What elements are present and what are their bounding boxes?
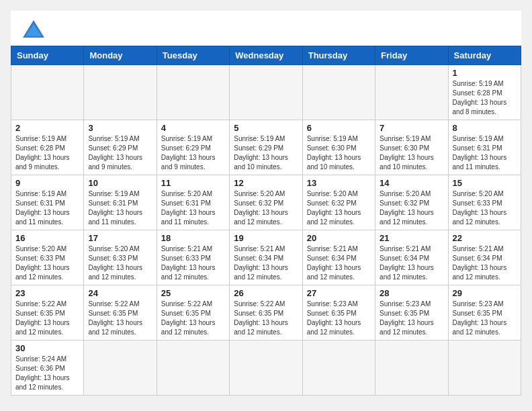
day-cell: 3Sunrise: 5:19 AMSunset: 6:29 PMDaylight…: [84, 120, 157, 175]
day-cell: 1Sunrise: 5:19 AMSunset: 6:28 PMDaylight…: [448, 65, 521, 120]
day-cell: 27Sunrise: 5:23 AMSunset: 6:35 PMDayligh…: [302, 285, 375, 340]
day-cell: 26Sunrise: 5:22 AMSunset: 6:35 PMDayligh…: [230, 285, 302, 340]
day-cell: 4Sunrise: 5:19 AMSunset: 6:29 PMDaylight…: [157, 120, 229, 175]
day-cell: 25Sunrise: 5:22 AMSunset: 6:35 PMDayligh…: [157, 285, 229, 340]
day-number: 20: [307, 233, 371, 243]
day-cell: 8Sunrise: 5:19 AMSunset: 6:31 PMDaylight…: [448, 120, 521, 175]
day-cell: 17Sunrise: 5:20 AMSunset: 6:33 PMDayligh…: [84, 230, 157, 285]
day-cell: 10Sunrise: 5:19 AMSunset: 6:31 PMDayligh…: [84, 175, 157, 230]
day-info: Sunrise: 5:23 AMSunset: 6:35 PMDaylight:…: [453, 300, 517, 337]
day-number: 10: [88, 178, 152, 188]
day-number: 7: [380, 123, 443, 133]
calendar-page: SundayMondayTuesdayWednesdayThursdayFrid…: [11, 11, 521, 396]
day-info: Sunrise: 5:19 AMSunset: 6:31 PMDaylight:…: [15, 189, 79, 227]
day-cell: [11, 65, 84, 120]
day-info: Sunrise: 5:20 AMSunset: 6:31 PMDaylight:…: [161, 189, 225, 227]
day-number: 2: [15, 123, 79, 133]
day-info: Sunrise: 5:20 AMSunset: 6:32 PMDaylight:…: [307, 189, 371, 227]
day-cell: 12Sunrise: 5:20 AMSunset: 6:32 PMDayligh…: [230, 175, 302, 230]
day-info: Sunrise: 5:20 AMSunset: 6:33 PMDaylight:…: [15, 244, 79, 282]
day-number: 3: [88, 123, 152, 133]
day-cell: 24Sunrise: 5:22 AMSunset: 6:35 PMDayligh…: [84, 285, 157, 340]
week-row-2: 2Sunrise: 5:19 AMSunset: 6:28 PMDaylight…: [11, 120, 521, 175]
day-info: Sunrise: 5:19 AMSunset: 6:29 PMDaylight:…: [161, 134, 225, 172]
weekday-header-row: SundayMondayTuesdayWednesdayThursdayFrid…: [11, 46, 521, 65]
day-info: Sunrise: 5:21 AMSunset: 6:34 PMDaylight:…: [453, 244, 517, 282]
weekday-header-saturday: Saturday: [448, 46, 521, 65]
day-cell: 16Sunrise: 5:20 AMSunset: 6:33 PMDayligh…: [11, 230, 84, 285]
day-info: Sunrise: 5:20 AMSunset: 6:32 PMDaylight:…: [234, 189, 298, 227]
day-info: Sunrise: 5:19 AMSunset: 6:29 PMDaylight:…: [234, 134, 298, 172]
logo-icon: [21, 19, 46, 40]
logo: [21, 19, 48, 40]
day-info: Sunrise: 5:19 AMSunset: 6:31 PMDaylight:…: [453, 134, 517, 172]
day-cell: 18Sunrise: 5:21 AMSunset: 6:33 PMDayligh…: [157, 230, 229, 285]
day-info: Sunrise: 5:19 AMSunset: 6:30 PMDaylight:…: [307, 134, 371, 172]
header: [11, 11, 521, 46]
day-info: Sunrise: 5:23 AMSunset: 6:35 PMDaylight:…: [307, 300, 371, 337]
day-number: 9: [15, 178, 79, 188]
day-info: Sunrise: 5:23 AMSunset: 6:35 PMDaylight:…: [380, 300, 443, 337]
day-info: Sunrise: 5:21 AMSunset: 6:33 PMDaylight:…: [161, 244, 225, 282]
calendar-table: SundayMondayTuesdayWednesdayThursdayFrid…: [11, 46, 521, 396]
day-cell: [230, 65, 302, 120]
day-cell: 28Sunrise: 5:23 AMSunset: 6:35 PMDayligh…: [375, 285, 448, 340]
day-cell: 21Sunrise: 5:21 AMSunset: 6:34 PMDayligh…: [375, 230, 448, 285]
week-row-3: 9Sunrise: 5:19 AMSunset: 6:31 PMDaylight…: [11, 175, 521, 230]
day-cell: 22Sunrise: 5:21 AMSunset: 6:34 PMDayligh…: [448, 230, 521, 285]
day-number: 29: [453, 288, 517, 298]
day-cell: [157, 340, 229, 396]
day-number: 15: [453, 178, 517, 188]
day-info: Sunrise: 5:21 AMSunset: 6:34 PMDaylight:…: [307, 244, 371, 282]
day-cell: 30Sunrise: 5:24 AMSunset: 6:36 PMDayligh…: [11, 340, 84, 396]
day-info: Sunrise: 5:22 AMSunset: 6:35 PMDaylight:…: [161, 300, 225, 337]
day-number: 17: [88, 233, 152, 243]
week-row-1: 1Sunrise: 5:19 AMSunset: 6:28 PMDaylight…: [11, 65, 521, 120]
day-number: 11: [161, 178, 225, 188]
day-info: Sunrise: 5:20 AMSunset: 6:32 PMDaylight:…: [380, 189, 443, 227]
day-cell: 6Sunrise: 5:19 AMSunset: 6:30 PMDaylight…: [302, 120, 375, 175]
day-cell: [84, 340, 157, 396]
day-cell: 19Sunrise: 5:21 AMSunset: 6:34 PMDayligh…: [230, 230, 302, 285]
day-number: 8: [453, 123, 517, 133]
day-info: Sunrise: 5:20 AMSunset: 6:33 PMDaylight:…: [453, 189, 517, 227]
day-cell: [448, 340, 521, 396]
day-info: Sunrise: 5:20 AMSunset: 6:33 PMDaylight:…: [88, 244, 152, 282]
day-info: Sunrise: 5:24 AMSunset: 6:36 PMDaylight:…: [15, 355, 79, 392]
day-info: Sunrise: 5:19 AMSunset: 6:30 PMDaylight:…: [380, 134, 443, 172]
day-cell: 23Sunrise: 5:22 AMSunset: 6:35 PMDayligh…: [11, 285, 84, 340]
week-row-5: 23Sunrise: 5:22 AMSunset: 6:35 PMDayligh…: [11, 285, 521, 340]
weekday-header-monday: Monday: [84, 46, 157, 65]
day-number: 1: [453, 68, 517, 78]
day-number: 18: [161, 233, 225, 243]
day-info: Sunrise: 5:22 AMSunset: 6:35 PMDaylight:…: [88, 300, 152, 337]
day-info: Sunrise: 5:22 AMSunset: 6:35 PMDaylight:…: [234, 300, 298, 337]
day-number: 12: [234, 178, 298, 188]
day-info: Sunrise: 5:21 AMSunset: 6:34 PMDaylight:…: [380, 244, 443, 282]
day-cell: [375, 340, 448, 396]
weekday-header-thursday: Thursday: [302, 46, 375, 65]
day-cell: [84, 65, 157, 120]
day-info: Sunrise: 5:21 AMSunset: 6:34 PMDaylight:…: [234, 244, 298, 282]
day-number: 27: [307, 288, 371, 298]
day-number: 6: [307, 123, 371, 133]
day-info: Sunrise: 5:19 AMSunset: 6:28 PMDaylight:…: [453, 79, 517, 117]
day-cell: [230, 340, 302, 396]
day-cell: [302, 65, 375, 120]
day-cell: 29Sunrise: 5:23 AMSunset: 6:35 PMDayligh…: [448, 285, 521, 340]
day-cell: 2Sunrise: 5:19 AMSunset: 6:28 PMDaylight…: [11, 120, 84, 175]
day-cell: 5Sunrise: 5:19 AMSunset: 6:29 PMDaylight…: [230, 120, 302, 175]
day-number: 4: [161, 123, 225, 133]
week-row-6: 30Sunrise: 5:24 AMSunset: 6:36 PMDayligh…: [11, 340, 521, 396]
day-number: 26: [234, 288, 298, 298]
day-cell: 14Sunrise: 5:20 AMSunset: 6:32 PMDayligh…: [375, 175, 448, 230]
day-cell: 13Sunrise: 5:20 AMSunset: 6:32 PMDayligh…: [302, 175, 375, 230]
day-info: Sunrise: 5:19 AMSunset: 6:29 PMDaylight:…: [88, 134, 152, 172]
day-number: 14: [380, 178, 443, 188]
day-number: 28: [380, 288, 443, 298]
weekday-header-wednesday: Wednesday: [230, 46, 302, 65]
week-row-4: 16Sunrise: 5:20 AMSunset: 6:33 PMDayligh…: [11, 230, 521, 285]
day-info: Sunrise: 5:19 AMSunset: 6:31 PMDaylight:…: [88, 189, 152, 227]
day-cell: 9Sunrise: 5:19 AMSunset: 6:31 PMDaylight…: [11, 175, 84, 230]
day-number: 13: [307, 178, 371, 188]
